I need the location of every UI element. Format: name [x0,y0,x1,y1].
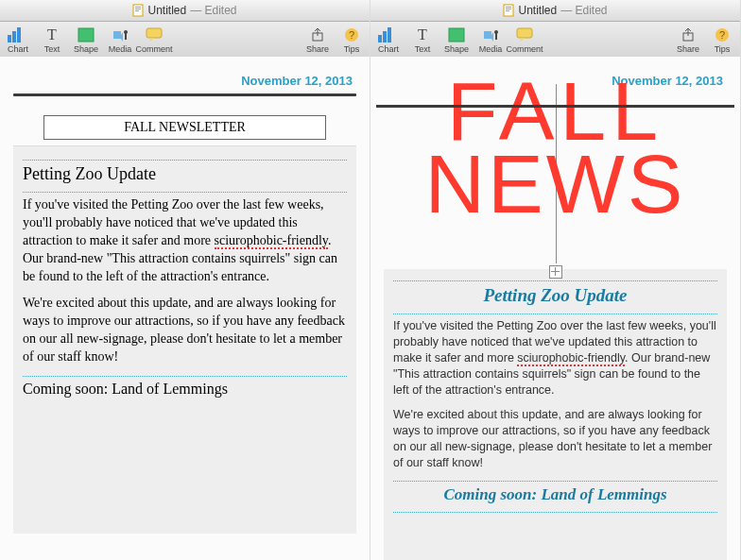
chart-button[interactable]: Chart [374,26,403,54]
svg-rect-10 [125,32,127,40]
share-button[interactable]: Share [303,26,332,54]
header-rule [376,105,734,108]
chart-label: Chart [8,44,28,54]
window-title: Untitled [147,4,186,17]
textbox-resize-handle-icon[interactable] [549,265,562,279]
text-icon: T [412,26,433,43]
svg-rect-11 [146,28,162,38]
share-icon [307,26,328,43]
hero-title-block[interactable]: FALL NEWS [384,75,727,263]
media-icon [110,26,130,43]
shape-icon [76,26,96,43]
section-heading-1: Petting Zoo Update [23,164,347,184]
section-heading-2: Coming soon: Land of Lemmings [393,485,717,504]
shape-label: Shape [444,44,469,54]
tips-button[interactable]: ? Tips [337,26,366,54]
comment-label: Comment [136,44,173,54]
media-button[interactable]: Media [106,26,134,54]
chart-icon [378,26,399,43]
svg-rect-7 [78,28,94,42]
svg-rect-27 [683,33,693,41]
media-label: Media [109,44,132,54]
svg-rect-3 [135,10,139,11]
svg-rect-26 [517,28,532,38]
tips-label: Tips [715,44,731,54]
comment-label: Comment [507,44,543,54]
comment-icon [514,26,535,43]
window-subtitle: — Edited [560,4,607,17]
toolbar: Chart T Text Shape Media [370,22,740,59]
shape-button[interactable]: Shape [72,26,100,54]
section-heading-2: Coming soon: Land of Lemmings [23,381,347,398]
text-label: Text [415,44,431,54]
tips-icon: ? [341,26,362,43]
document-icon [503,4,514,17]
svg-text:?: ? [349,29,354,41]
paragraph-1: If you've visited the Petting Zoo over t… [23,196,347,285]
date-header: November 12, 2013 [6,57,364,93]
svg-rect-12 [313,33,322,41]
svg-rect-4 [8,35,11,42]
pane-right: Untitled — Edited Chart T Text Shape [370,0,741,560]
spellcheck-underline[interactable]: sciurophobic-friendly [215,233,328,249]
window-title: Untitled [518,4,557,17]
title-box: FALL NEWSLETTER [43,115,326,140]
toolbar: Chart T Text Shape Media [0,22,370,59]
svg-rect-1 [135,7,141,8]
svg-rect-16 [506,7,511,8]
content-panel-right: Petting Zoo Update If you've visited the… [384,269,727,560]
paragraph-2: We're excited about this update, and are… [23,295,347,366]
document-area-right[interactable]: November 12, 2013 FALL NEWS Petting Zoo … [370,57,740,560]
shape-button[interactable]: Shape [442,26,471,54]
window-titlebar[interactable]: Untitled — Edited [0,0,370,22]
paragraph-2: We're excited about this update, and are… [393,407,717,471]
tips-button[interactable]: ? Tips [708,26,736,54]
media-label: Media [479,44,503,54]
svg-rect-18 [506,10,509,11]
document-icon [132,4,144,17]
svg-rect-23 [484,31,491,39]
text-icon: T [42,26,62,43]
paragraph-1: If you've visited the Petting Zoo over t… [393,318,717,398]
comment-button[interactable]: Comment [510,26,539,54]
share-label: Share [677,44,699,54]
share-icon [678,26,698,43]
spellcheck-underline[interactable]: sciurophobic-friendly [517,351,625,366]
media-icon [480,26,501,43]
section-heading-1: Petting Zoo Update [393,285,717,306]
window-subtitle: — Edited [190,4,236,17]
svg-rect-17 [506,8,511,9]
shape-icon [446,26,467,43]
svg-rect-6 [17,27,21,42]
pane-left: Untitled — Edited Chart T Text Shape [0,0,370,560]
svg-rect-19 [378,35,382,42]
svg-rect-20 [383,31,387,42]
svg-rect-8 [113,31,121,39]
svg-rect-2 [135,8,141,9]
text-button[interactable]: T Text [38,26,66,54]
media-button[interactable]: Media [476,26,505,54]
content-panel-left: Petting Zoo Update If you've visited the… [13,145,356,534]
svg-rect-5 [12,31,16,42]
share-label: Share [306,44,329,54]
chart-icon [8,26,28,43]
svg-text:?: ? [719,29,725,41]
text-button[interactable]: T Text [408,26,437,54]
chart-label: Chart [378,44,399,54]
svg-rect-22 [449,28,464,42]
document-area-left[interactable]: November 12, 2013 FALL NEWSLETTER Pettin… [0,57,370,560]
comment-button[interactable]: Comment [140,26,168,54]
svg-rect-21 [388,27,391,42]
share-button[interactable]: Share [674,26,702,54]
tips-label: Tips [344,44,360,54]
svg-point-24 [494,30,498,34]
tips-icon: ? [712,26,732,43]
chart-button[interactable]: Chart [4,26,32,54]
svg-rect-25 [495,32,497,40]
hero-line-2: NEWS [384,147,727,220]
window-titlebar[interactable]: Untitled — Edited [370,0,740,22]
header-rule [13,93,356,96]
svg-point-28 [715,28,729,42]
shape-label: Shape [74,44,98,54]
svg-point-9 [124,30,128,34]
